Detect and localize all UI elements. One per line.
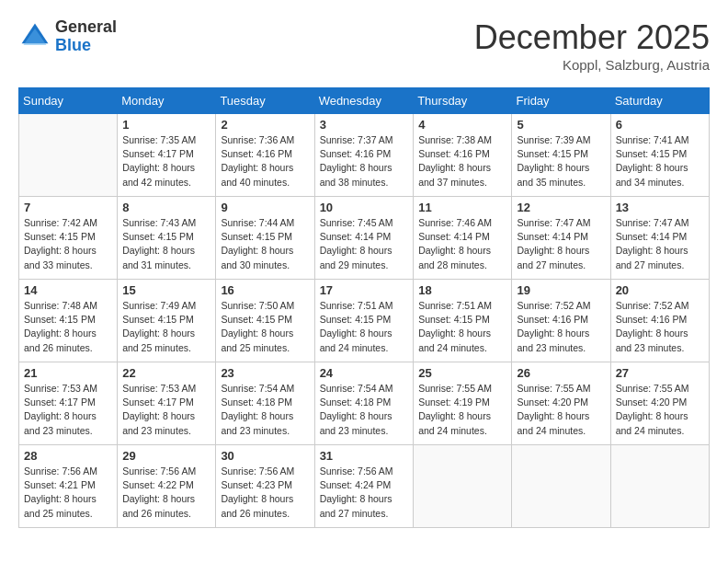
day-info: Sunrise: 7:55 AMSunset: 4:20 PMDaylight:…: [517, 382, 605, 438]
day-number: 24: [320, 366, 409, 380]
calendar-cell: 3Sunrise: 7:37 AMSunset: 4:16 PMDaylight…: [314, 114, 414, 197]
day-number: 8: [122, 201, 210, 214]
day-number: 28: [24, 449, 112, 463]
calendar-cell: 4Sunrise: 7:38 AMSunset: 4:16 PMDaylight…: [414, 114, 512, 197]
day-number: 31: [320, 449, 409, 463]
calendar-cell: 31Sunrise: 7:56 AMSunset: 4:24 PMDayligh…: [314, 445, 414, 528]
day-number: 9: [221, 201, 309, 214]
day-info: Sunrise: 7:43 AMSunset: 4:15 PMDaylight:…: [122, 216, 210, 272]
day-info: Sunrise: 7:41 AMSunset: 4:15 PMDaylight:…: [616, 133, 704, 190]
day-info: Sunrise: 7:37 AMSunset: 4:16 PMDaylight:…: [320, 133, 409, 190]
calendar-cell: 24Sunrise: 7:54 AMSunset: 4:18 PMDayligh…: [314, 362, 414, 445]
day-info: Sunrise: 7:39 AMSunset: 4:15 PMDaylight:…: [517, 133, 605, 190]
calendar-cell: 26Sunrise: 7:55 AMSunset: 4:20 PMDayligh…: [512, 362, 610, 445]
day-info: Sunrise: 7:52 AMSunset: 4:16 PMDaylight:…: [517, 299, 605, 355]
calendar-cell: 21Sunrise: 7:53 AMSunset: 4:17 PMDayligh…: [19, 362, 118, 445]
day-number: 10: [320, 201, 409, 214]
day-number: 5: [517, 118, 605, 132]
day-number: 18: [418, 283, 506, 297]
day-number: 1: [122, 118, 210, 132]
calendar-cell: 19Sunrise: 7:52 AMSunset: 4:16 PMDayligh…: [512, 280, 610, 362]
calendar-header: SundayMondayTuesdayWednesdayThursdayFrid…: [19, 88, 710, 114]
day-info: Sunrise: 7:36 AMSunset: 4:16 PMDaylight:…: [221, 133, 309, 190]
day-number: 22: [122, 366, 210, 380]
day-info: Sunrise: 7:51 AMSunset: 4:15 PMDaylight:…: [320, 299, 409, 355]
title-block: December 2025 Koppl, Salzburg, Austria: [474, 18, 710, 73]
logo: General Blue: [18, 18, 117, 55]
calendar-cell: 18Sunrise: 7:51 AMSunset: 4:15 PMDayligh…: [414, 280, 512, 362]
day-info: Sunrise: 7:53 AMSunset: 4:17 PMDaylight:…: [24, 382, 112, 438]
page-header: General Blue December 2025 Koppl, Salzbu…: [18, 18, 710, 73]
day-number: 25: [418, 366, 506, 380]
day-info: Sunrise: 7:56 AMSunset: 4:21 PMDaylight:…: [24, 465, 112, 521]
day-info: Sunrise: 7:49 AMSunset: 4:15 PMDaylight:…: [122, 299, 210, 355]
calendar-cell: 1Sunrise: 7:35 AMSunset: 4:17 PMDaylight…: [118, 114, 216, 197]
day-info: Sunrise: 7:51 AMSunset: 4:15 PMDaylight:…: [418, 299, 506, 355]
day-number: 11: [418, 201, 506, 214]
calendar-cell: [512, 445, 610, 528]
day-info: Sunrise: 7:35 AMSunset: 4:17 PMDaylight:…: [122, 133, 210, 190]
calendar-cell: 14Sunrise: 7:48 AMSunset: 4:15 PMDayligh…: [19, 280, 118, 362]
column-header-wednesday: Wednesday: [314, 88, 414, 114]
day-info: Sunrise: 7:55 AMSunset: 4:20 PMDaylight:…: [616, 382, 704, 438]
day-info: Sunrise: 7:50 AMSunset: 4:15 PMDaylight:…: [221, 299, 309, 355]
day-info: Sunrise: 7:53 AMSunset: 4:17 PMDaylight:…: [122, 382, 210, 438]
column-header-saturday: Saturday: [610, 88, 709, 114]
day-number: 27: [616, 366, 704, 380]
calendar-cell: 10Sunrise: 7:45 AMSunset: 4:14 PMDayligh…: [314, 197, 414, 280]
day-info: Sunrise: 7:42 AMSunset: 4:15 PMDaylight:…: [24, 216, 112, 272]
logo-general: General: [55, 18, 117, 37]
calendar-week-2: 7Sunrise: 7:42 AMSunset: 4:15 PMDaylight…: [19, 197, 710, 280]
location: Koppl, Salzburg, Austria: [474, 57, 710, 73]
day-number: 2: [221, 118, 309, 132]
day-number: 23: [221, 366, 309, 380]
day-number: 16: [221, 283, 309, 297]
calendar-cell: 22Sunrise: 7:53 AMSunset: 4:17 PMDayligh…: [118, 362, 216, 445]
calendar-table: SundayMondayTuesdayWednesdayThursdayFrid…: [18, 87, 710, 528]
day-number: 14: [24, 283, 112, 297]
column-header-monday: Monday: [118, 88, 216, 114]
calendar-cell: 23Sunrise: 7:54 AMSunset: 4:18 PMDayligh…: [216, 362, 314, 445]
calendar-cell: 25Sunrise: 7:55 AMSunset: 4:19 PMDayligh…: [414, 362, 512, 445]
calendar-cell: 16Sunrise: 7:50 AMSunset: 4:15 PMDayligh…: [216, 280, 314, 362]
logo-blue: Blue: [55, 37, 117, 55]
calendar-week-5: 28Sunrise: 7:56 AMSunset: 4:21 PMDayligh…: [19, 445, 710, 528]
day-number: 15: [122, 283, 210, 297]
calendar-week-1: 1Sunrise: 7:35 AMSunset: 4:17 PMDaylight…: [19, 114, 710, 197]
calendar-cell: 30Sunrise: 7:56 AMSunset: 4:23 PMDayligh…: [216, 445, 314, 528]
day-number: 7: [24, 201, 112, 214]
calendar-cell: 27Sunrise: 7:55 AMSunset: 4:20 PMDayligh…: [610, 362, 709, 445]
calendar-cell: [19, 114, 118, 197]
day-info: Sunrise: 7:47 AMSunset: 4:14 PMDaylight:…: [517, 216, 605, 272]
day-info: Sunrise: 7:47 AMSunset: 4:14 PMDaylight:…: [616, 216, 704, 272]
day-info: Sunrise: 7:56 AMSunset: 4:23 PMDaylight:…: [221, 465, 309, 521]
day-info: Sunrise: 7:56 AMSunset: 4:22 PMDaylight:…: [122, 465, 210, 521]
day-info: Sunrise: 7:45 AMSunset: 4:14 PMDaylight:…: [320, 216, 409, 272]
calendar-cell: [414, 445, 512, 528]
day-number: 3: [320, 118, 409, 132]
calendar-week-4: 21Sunrise: 7:53 AMSunset: 4:17 PMDayligh…: [19, 362, 710, 445]
calendar-header-row: SundayMondayTuesdayWednesdayThursdayFrid…: [19, 88, 710, 114]
column-header-tuesday: Tuesday: [216, 88, 314, 114]
day-number: 6: [616, 118, 704, 132]
logo-icon: [18, 20, 51, 53]
calendar-week-3: 14Sunrise: 7:48 AMSunset: 4:15 PMDayligh…: [19, 280, 710, 362]
day-info: Sunrise: 7:44 AMSunset: 4:15 PMDaylight:…: [221, 216, 309, 272]
column-header-friday: Friday: [512, 88, 610, 114]
column-header-sunday: Sunday: [19, 88, 118, 114]
day-info: Sunrise: 7:48 AMSunset: 4:15 PMDaylight:…: [24, 299, 112, 355]
day-number: 26: [517, 366, 605, 380]
day-number: 17: [320, 283, 409, 297]
day-number: 29: [122, 449, 210, 463]
day-number: 20: [616, 283, 704, 297]
day-number: 4: [418, 118, 506, 132]
calendar-cell: 9Sunrise: 7:44 AMSunset: 4:15 PMDaylight…: [216, 197, 314, 280]
month-title: December 2025: [474, 18, 710, 57]
calendar-cell: 28Sunrise: 7:56 AMSunset: 4:21 PMDayligh…: [19, 445, 118, 528]
calendar-cell: 29Sunrise: 7:56 AMSunset: 4:22 PMDayligh…: [118, 445, 216, 528]
logo-text: General Blue: [55, 18, 117, 55]
calendar-cell: 8Sunrise: 7:43 AMSunset: 4:15 PMDaylight…: [118, 197, 216, 280]
day-number: 19: [517, 283, 605, 297]
calendar-cell: 12Sunrise: 7:47 AMSunset: 4:14 PMDayligh…: [512, 197, 610, 280]
day-number: 30: [221, 449, 309, 463]
